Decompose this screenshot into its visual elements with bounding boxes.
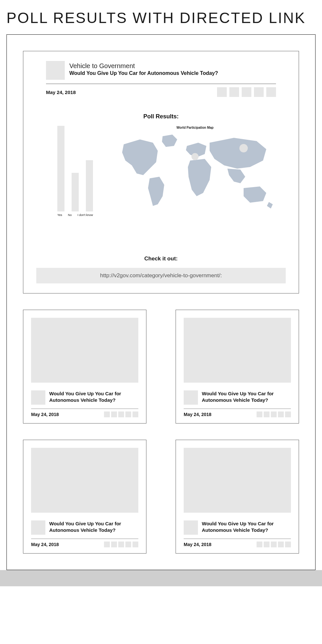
share-icon-placeholder[interactable] xyxy=(242,87,251,97)
related-poll-card[interactable]: Would You Give Up You Car for Autonomous… xyxy=(23,310,146,423)
avatar-placeholder xyxy=(31,520,45,535)
card-thumbnail-placeholder xyxy=(184,448,291,513)
related-cards-grid: Would You Give Up You Car for Autonomous… xyxy=(23,310,299,554)
related-poll-card[interactable]: Would You Give Up You Car for Autonomous… xyxy=(176,310,299,423)
share-icon-placeholder[interactable] xyxy=(111,542,117,547)
check-it-out-label: Check it out: xyxy=(36,256,286,262)
poll-results-heading: Poll Results: xyxy=(36,113,286,120)
poll-date: May 24, 2018 xyxy=(46,89,76,95)
card-question: Would You Give Up You Car for Autonomous… xyxy=(49,390,138,403)
share-icons-row xyxy=(257,411,291,417)
card-thumbnail-placeholder xyxy=(184,318,291,383)
share-icon-placeholder[interactable] xyxy=(104,542,110,547)
main-poll-card: Vehicle to Government Would You Give Up … xyxy=(23,51,299,293)
chart-bar xyxy=(57,126,64,211)
divider xyxy=(184,539,291,539)
divider xyxy=(184,409,291,409)
world-map-area: World Participation Map xyxy=(114,126,276,212)
svg-point-0 xyxy=(191,153,199,160)
share-icon-placeholder[interactable] xyxy=(254,87,264,97)
share-icon-placeholder[interactable] xyxy=(132,411,138,417)
share-icon-placeholder[interactable] xyxy=(271,411,277,417)
card-question: Would You Give Up You Car for Autonomous… xyxy=(202,390,291,403)
card-question: Would You Give Up You Car for Autonomous… xyxy=(49,520,138,533)
share-icon-placeholder[interactable] xyxy=(104,411,110,417)
card-thumbnail-placeholder xyxy=(31,318,138,383)
card-date: May 24, 2018 xyxy=(31,412,59,417)
chart-bar-label: No xyxy=(68,213,72,217)
share-icon-placeholder[interactable] xyxy=(285,411,291,417)
share-icon-placeholder[interactable] xyxy=(111,411,117,417)
svg-point-1 xyxy=(239,144,248,152)
card-date: May 24, 2018 xyxy=(184,542,212,547)
directed-link-box[interactable]: http://v2gov.com/category/vehicle-to-gov… xyxy=(36,268,286,283)
category-label: Vehicle to Government xyxy=(69,62,286,70)
share-icon-placeholder[interactable] xyxy=(271,542,277,547)
card-thumbnail-placeholder xyxy=(31,448,138,513)
share-icon-placeholder[interactable] xyxy=(257,542,262,547)
avatar-placeholder xyxy=(184,390,198,405)
share-icon-placeholder[interactable] xyxy=(125,542,131,547)
share-icons-row xyxy=(257,542,291,547)
footer-bar xyxy=(0,570,322,586)
share-icon-placeholder[interactable] xyxy=(118,411,124,417)
share-icon-placeholder[interactable] xyxy=(264,542,270,547)
chart-bar-label: I don't know xyxy=(77,213,93,217)
share-icon-placeholder[interactable] xyxy=(257,411,262,417)
share-icons-row xyxy=(217,87,276,97)
card-date: May 24, 2018 xyxy=(31,542,59,547)
share-icon-placeholder[interactable] xyxy=(278,411,284,417)
avatar-placeholder xyxy=(46,61,65,80)
card-question: Would You Give Up You Car for Autonomous… xyxy=(202,520,291,533)
related-poll-card[interactable]: Would You Give Up You Car for Autonomous… xyxy=(176,440,299,554)
divider xyxy=(31,409,138,409)
poll-question: Would You Give Up You Car for Autonomous… xyxy=(69,70,286,76)
share-icon-placeholder[interactable] xyxy=(264,411,270,417)
share-icons-row xyxy=(104,411,138,417)
world-map-icon xyxy=(114,131,276,212)
share-icon-placeholder[interactable] xyxy=(118,542,124,547)
share-icon-placeholder[interactable] xyxy=(278,542,284,547)
share-icon-placeholder[interactable] xyxy=(229,87,239,97)
share-icon-placeholder[interactable] xyxy=(217,87,227,97)
share-icon-placeholder[interactable] xyxy=(266,87,276,97)
chart-bar xyxy=(86,160,93,211)
poll-bar-chart: YesNoI don't know xyxy=(46,126,104,217)
avatar-placeholder xyxy=(184,520,198,535)
chart-bar-label: Yes xyxy=(57,213,62,217)
share-icons-row xyxy=(104,542,138,547)
map-caption: World Participation Map xyxy=(114,126,276,129)
chart-bar xyxy=(72,173,79,211)
share-icon-placeholder[interactable] xyxy=(132,542,138,547)
share-icon-placeholder[interactable] xyxy=(125,411,131,417)
wireframe-container: Vehicle to Government Would You Give Up … xyxy=(6,34,316,570)
divider xyxy=(31,539,138,539)
page-title: POLL RESULTS WITH DIRECTED LINK xyxy=(0,0,322,34)
avatar-placeholder xyxy=(31,390,45,405)
card-date: May 24, 2018 xyxy=(184,412,212,417)
share-icon-placeholder[interactable] xyxy=(285,542,291,547)
related-poll-card[interactable]: Would You Give Up You Car for Autonomous… xyxy=(23,440,146,554)
